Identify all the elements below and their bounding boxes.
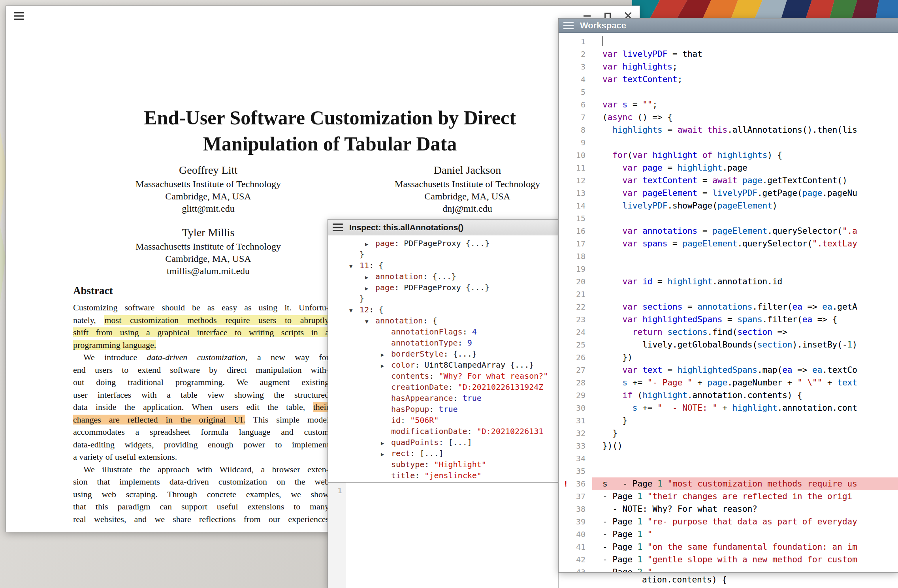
- token: =: [722, 315, 737, 324]
- code-line[interactable]: 7(async () => {: [559, 111, 898, 124]
- code-line[interactable]: 41- Page 1 "on the same fundamental foun…: [559, 541, 898, 553]
- code-line[interactable]: 22 var sections = annotations.filter(ea …: [559, 301, 898, 313]
- tree-row[interactable]: ▶quadPoints: [...]: [328, 437, 560, 448]
- code-line[interactable]: 9: [559, 136, 898, 149]
- inspect-titlebar[interactable]: Inspect: this.allAnnotations(): [328, 220, 560, 235]
- abstract-line: using web scraping. Through concrete exa…: [73, 488, 329, 501]
- code-line[interactable]: 12 var textContent = await page.getTextC…: [559, 174, 898, 187]
- pdf-highlight-orange[interactable]: changes are reflected in the original UI…: [73, 415, 245, 425]
- tree-row[interactable]: contents: "Why? For what reason?": [328, 370, 560, 381]
- code-line[interactable]: 29 if (highlight.annotation.contents) {: [559, 389, 898, 402]
- tree-row[interactable]: ▼11: {: [328, 260, 560, 271]
- code-line[interactable]: 21: [559, 288, 898, 301]
- expand-arrow-icon[interactable]: ▶: [365, 239, 375, 250]
- pdf-highlight-yellow[interactable]: programming language.: [73, 340, 156, 350]
- code-line[interactable]: 34: [559, 452, 898, 465]
- abstract-heading: Abstract: [73, 285, 113, 297]
- tree-row[interactable]: ▶page: PDFPageProxy {...}: [328, 282, 560, 293]
- code-line[interactable]: 3var highlights;: [559, 60, 898, 73]
- token: s: [633, 403, 638, 413]
- tree-row[interactable]: annotationFlags: 4: [328, 326, 560, 337]
- tree-row[interactable]: title: "jenslincke": [328, 470, 560, 481]
- code-line[interactable]: 11 var page = highlight.page: [559, 162, 898, 174]
- expand-arrow-icon[interactable]: ▶: [381, 449, 391, 460]
- tree-row[interactable]: ▶borderStyle: {...}: [328, 348, 560, 359]
- tree-row[interactable]: subtype: "Highlight": [328, 459, 560, 470]
- inspect-editor-content[interactable]: [346, 483, 560, 588]
- code-line[interactable]: 25 lively.getGlobalBounds(section).inset…: [559, 338, 898, 351]
- code-line[interactable]: 28 s += "- Page " + page.pageNumber + " …: [559, 376, 898, 389]
- collapse-arrow-icon[interactable]: ▼: [349, 261, 360, 272]
- tree-row[interactable]: id: "506R": [328, 415, 560, 426]
- tree-row[interactable]: creationDate: "D:20210226131924Z: [328, 381, 560, 393]
- pdf-highlight-yellow[interactable]: shift from using a graphical interface t…: [73, 327, 329, 337]
- tree-row[interactable]: modificationDate: "D:20210226131: [328, 426, 560, 437]
- code-line[interactable]: 19: [559, 263, 898, 275]
- token: var: [623, 163, 643, 173]
- code-line[interactable]: 10 for(var highlight of highlights) {: [559, 149, 898, 162]
- pdf-highlight-orange[interactable]: their: [313, 402, 329, 412]
- code-line[interactable]: 14 livelyPDF.showPage(pageElement): [559, 199, 898, 212]
- code-line[interactable]: 37- Page 1 "their changes are reflected …: [559, 490, 898, 503]
- code-line[interactable]: 1: [559, 35, 898, 48]
- code-line[interactable]: !36s - Page 1 "most customization method…: [559, 477, 898, 490]
- tree-row[interactable]: }: [328, 249, 560, 260]
- inspect-menu-icon[interactable]: [333, 224, 343, 231]
- code-line[interactable]: 18: [559, 250, 898, 263]
- tree-row[interactable]: ▶page: PDFPageProxy {...}: [328, 238, 560, 249]
- code-line[interactable]: 4var textContent;: [559, 73, 898, 86]
- tree-row[interactable]: hasPopup: true: [328, 404, 560, 415]
- code-line[interactable]: 20 var id = highlight.annotation.id: [559, 275, 898, 288]
- line-number: 3: [559, 60, 592, 73]
- tree-row[interactable]: }: [328, 293, 560, 304]
- collapse-arrow-icon[interactable]: ▼: [349, 305, 360, 316]
- tree-row[interactable]: annotationType: 9: [328, 337, 560, 348]
- code-line[interactable]: 24 return sections.find(section =>: [559, 326, 898, 338]
- token: ;: [652, 100, 657, 109]
- token: spans: [737, 315, 762, 324]
- code-line[interactable]: 15: [559, 212, 898, 225]
- code-line[interactable]: 33})(): [559, 440, 898, 452]
- abstract-text-segment: user interfaces with a table view showin…: [73, 390, 329, 400]
- code-line[interactable]: 38 - NOTE: Why? For what reason?: [559, 503, 898, 515]
- code-line[interactable]: 43- Page 2 ": [559, 566, 898, 572]
- collapse-arrow-icon[interactable]: ▼: [365, 316, 375, 327]
- token: [702, 125, 708, 135]
- expand-arrow-icon[interactable]: ▶: [381, 438, 391, 449]
- tree-row[interactable]: ▶rect: [...]: [328, 448, 560, 459]
- token: .textCo: [822, 365, 857, 375]
- expand-arrow-icon[interactable]: ▶: [381, 360, 391, 371]
- code-line[interactable]: 5: [559, 86, 898, 98]
- tree-row[interactable]: hasAppearance: true: [328, 393, 560, 404]
- tree-row[interactable]: ▼annotation: {: [328, 315, 560, 326]
- code-line[interactable]: 13 var pageElement = livelyPDF.getPage(p…: [559, 187, 898, 199]
- workspace-titlebar[interactable]: Workspace: [559, 19, 898, 33]
- workspace-menu-icon[interactable]: [563, 22, 574, 29]
- code-line[interactable]: 26 }): [559, 351, 898, 364]
- tree-row[interactable]: ▶color: Uint8ClampedArray {...}: [328, 359, 560, 370]
- tree-row[interactable]: ▶annotation: {...}: [328, 271, 560, 282]
- pdf-highlight-yellow[interactable]: most customization methods require users…: [104, 315, 329, 325]
- expand-arrow-icon[interactable]: ▶: [381, 349, 391, 360]
- code-line[interactable]: 6var s = "";: [559, 98, 898, 111]
- expand-arrow-icon[interactable]: ▶: [365, 272, 375, 283]
- code-line[interactable]: 40- Page 1 ": [559, 528, 898, 541]
- code-line[interactable]: 39- Page 1 "re- purpose that data as par…: [559, 515, 898, 528]
- code-line[interactable]: 35: [559, 465, 898, 477]
- token: [602, 302, 623, 312]
- code-line[interactable]: 17 var spans = pageElement.querySelector…: [559, 237, 898, 250]
- code-editor[interactable]: 12var livelyPDF = that3var highlights;4v…: [559, 33, 898, 572]
- inspect-editor-pane[interactable]: 1: [328, 482, 560, 588]
- tree-row[interactable]: ▼12: {: [328, 304, 560, 315]
- code-line[interactable]: 42- Page 1 "gentle slope with a new meth…: [559, 553, 898, 566]
- object-tree[interactable]: ▶page: PDFPageProxy {...}}▼11: {▶annotat…: [328, 235, 560, 482]
- code-line[interactable]: 27 var text = highlightedSpans.map(ea =>…: [559, 364, 898, 376]
- code-line[interactable]: 23 var highlightedSpans = spans.filter(e…: [559, 313, 898, 326]
- code-line[interactable]: 2var livelyPDF = that: [559, 48, 898, 60]
- code-line[interactable]: 31 }: [559, 414, 898, 427]
- code-line[interactable]: 8 highlights = await this.allAnnotations…: [559, 124, 898, 136]
- code-line[interactable]: 32 }: [559, 427, 898, 440]
- code-line[interactable]: 30 s += " - NOTE: " + highlight.annotati…: [559, 402, 898, 414]
- code-line[interactable]: 16 var annotations = pageElement.querySe…: [559, 225, 898, 237]
- expand-arrow-icon[interactable]: ▶: [365, 283, 375, 294]
